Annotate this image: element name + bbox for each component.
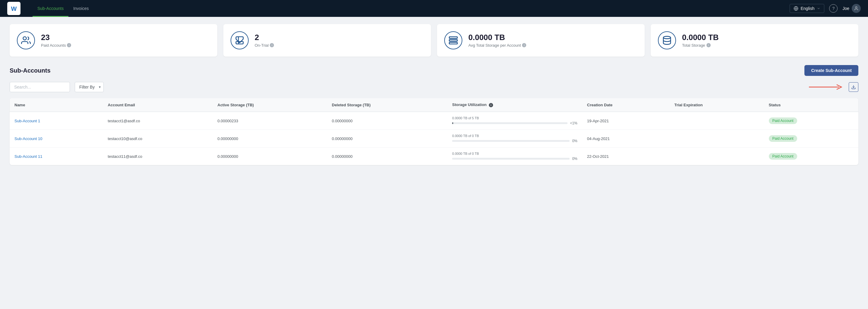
svg-text:W: W [11, 5, 17, 12]
svg-rect-6 [450, 37, 458, 38]
main-content: 23 Paid Accounts i 2 On-Trial i [0, 17, 868, 172]
cell-storage-util-2: 0.0000 TB of 0 TB 0% [447, 147, 582, 165]
svg-point-4 [855, 7, 857, 8]
cell-storage-util-1: 0.0000 TB of 0 TB 0% [447, 130, 582, 147]
avg-storage-info-icon[interactable]: i [522, 43, 526, 47]
accounts-table: Name Account Email Active Storage (TB) D… [10, 98, 858, 165]
download-button[interactable] [849, 82, 858, 92]
avg-storage-value: 0.0000 TB [468, 33, 526, 42]
cell-trial-expiration-1 [670, 130, 764, 147]
paid-accounts-info-icon[interactable]: i [67, 43, 71, 47]
language-label: English [801, 6, 815, 11]
col-name: Name [10, 98, 103, 112]
cell-email-0: testacct1@asdf.co [103, 112, 213, 130]
cell-active-storage-0: 0.00000233 [213, 112, 327, 130]
on-trial-icon-wrap [230, 31, 249, 49]
account-link-0[interactable]: Sub-Account 1 [14, 119, 40, 123]
svg-rect-8 [450, 42, 458, 44]
cell-email-2: testacct11@asdf.co [103, 147, 213, 165]
avatar [852, 4, 861, 13]
stat-card-avg-storage: 0.0000 TB Avg Total Storage per Account … [437, 24, 645, 57]
svg-point-9 [663, 36, 671, 39]
nav-right: English ? Joe [789, 4, 861, 13]
cell-name-2: Sub-Account 11 [10, 147, 103, 165]
storage-bar-wrap-0 [452, 122, 567, 124]
trial-icon [235, 36, 244, 45]
cell-name-0: Sub-Account 1 [10, 112, 103, 130]
col-storage-util: Storage Utilization i [447, 98, 582, 112]
nav-item-invoices[interactable]: Invoices [68, 0, 93, 17]
paid-accounts-label: Paid Accounts i [41, 43, 71, 47]
total-storage-value: 0.0000 TB [682, 33, 718, 42]
brand-logo[interactable]: W [7, 2, 21, 15]
cell-email-1: testacct10@asdf.co [103, 130, 213, 147]
on-trial-label: On-Trial i [255, 43, 274, 47]
table-header-row: Name Account Email Active Storage (TB) D… [10, 98, 858, 112]
storage-bar-wrap-1 [452, 140, 569, 142]
table-row: Sub-Account 10 testacct10@asdf.co 0.0000… [10, 130, 858, 147]
navbar: W Sub-Accounts Invoices English ? Joe [0, 0, 868, 17]
cell-active-storage-2: 0.00000000 [213, 147, 327, 165]
on-trial-info-icon[interactable]: i [270, 43, 274, 47]
section-header: Sub-Accounts Create Sub-Account [10, 65, 858, 76]
col-trial-expiration: Trial Expiration [670, 98, 764, 112]
user-section[interactable]: Joe [842, 4, 861, 13]
cell-storage-util-0: 0.0000 TB of 5 TB <1% [447, 112, 582, 130]
storage-pct-0: <1% [570, 121, 577, 125]
col-creation-date: Creation Date [582, 98, 670, 112]
account-link-1[interactable]: Sub-Account 10 [14, 136, 42, 141]
section-title: Sub-Accounts [10, 67, 51, 74]
cell-trial-expiration-2 [670, 147, 764, 165]
avg-storage-info: 0.0000 TB Avg Total Storage per Account … [468, 33, 526, 47]
search-input[interactable] [10, 82, 70, 92]
cell-status-1: Paid Account [764, 130, 858, 147]
on-trial-info: 2 On-Trial i [255, 33, 274, 47]
stat-card-on-trial: 2 On-Trial i [223, 24, 431, 57]
cell-creation-date-0: 19-Apr-2021 [582, 112, 670, 130]
nav-links: Sub-Accounts Invoices [33, 0, 789, 17]
svg-rect-7 [450, 39, 458, 41]
language-selector[interactable]: English [789, 4, 825, 13]
filter-by-select[interactable]: Filter By [75, 82, 104, 92]
paid-accounts-info: 23 Paid Accounts i [41, 33, 71, 47]
globe-icon [794, 6, 798, 11]
cell-name-1: Sub-Account 10 [10, 130, 103, 147]
total-storage-label: Total Storage i [682, 43, 718, 47]
col-active-storage: Active Storage (TB) [213, 98, 327, 112]
arrow-download-area [809, 82, 858, 92]
table-row: Sub-Account 1 testacct1@asdf.co 0.000002… [10, 112, 858, 130]
total-storage-info-icon[interactable]: i [707, 43, 711, 47]
cell-creation-date-2: 22-Oct-2021 [582, 147, 670, 165]
total-storage-info: 0.0000 TB Total Storage i [682, 33, 718, 47]
filter-row: Filter By [10, 82, 858, 92]
filter-by-wrap: Filter By [75, 82, 104, 92]
stat-cards: 23 Paid Accounts i 2 On-Trial i [10, 24, 858, 57]
status-badge-0: Paid Account [769, 117, 797, 124]
status-badge-1: Paid Account [769, 135, 797, 142]
status-badge-2: Paid Account [769, 153, 797, 160]
total-storage-icon-wrap [658, 31, 676, 49]
table-row: Sub-Account 11 testacct11@asdf.co 0.0000… [10, 147, 858, 165]
cell-creation-date-1: 04-Aug-2021 [582, 130, 670, 147]
cell-active-storage-1: 0.00000000 [213, 130, 327, 147]
storage-util-info-icon[interactable]: i [489, 103, 493, 107]
nav-item-sub-accounts[interactable]: Sub-Accounts [33, 0, 68, 17]
storage-pct-1: 0% [572, 139, 577, 143]
col-deleted-storage: Deleted Storage (TB) [327, 98, 447, 112]
chevron-down-icon [817, 7, 820, 10]
account-link-2[interactable]: Sub-Account 11 [14, 154, 42, 159]
cell-deleted-storage-1: 0.00000000 [327, 130, 447, 147]
paid-accounts-value: 23 [41, 33, 71, 42]
red-arrow [809, 83, 845, 91]
svg-point-5 [23, 37, 27, 40]
create-sub-account-button[interactable]: Create Sub-Account [804, 65, 858, 76]
users-icon [21, 36, 31, 45]
storage-bar-wrap-2 [452, 158, 569, 160]
cell-deleted-storage-2: 0.00000000 [327, 147, 447, 165]
user-name: Joe [842, 6, 849, 11]
help-icon[interactable]: ? [829, 4, 838, 13]
cell-trial-expiration-0 [670, 112, 764, 130]
storage-icon [448, 36, 458, 45]
storage-pct-2: 0% [572, 157, 577, 161]
avg-storage-label: Avg Total Storage per Account i [468, 43, 526, 47]
